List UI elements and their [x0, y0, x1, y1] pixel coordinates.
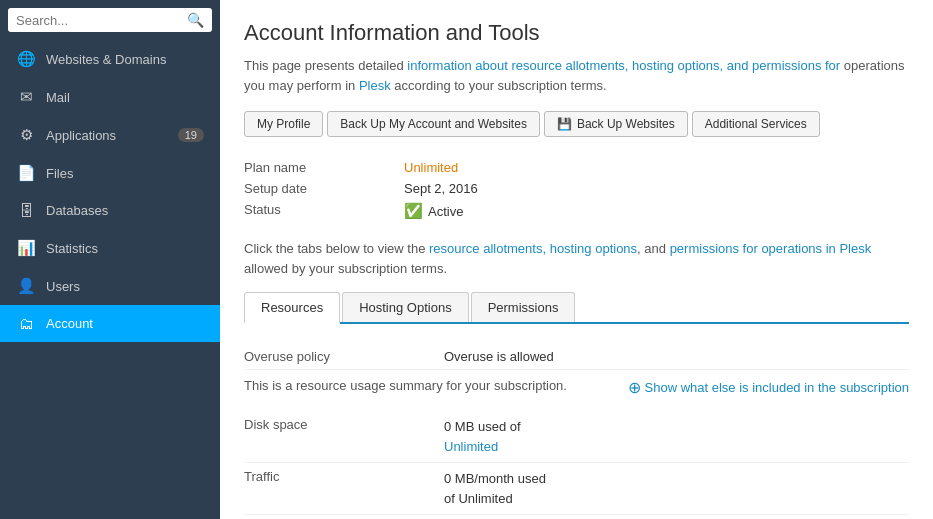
status-label: Status [244, 202, 404, 220]
sidebar-item-users[interactable]: 👤 Users [0, 267, 220, 305]
my-profile-button[interactable]: My Profile [244, 111, 323, 137]
applications-badge: 19 [178, 128, 204, 142]
info-table: Plan name Unlimited Setup date Sept 2, 2… [244, 157, 909, 223]
sidebar-label-websites: Websites & Domains [46, 52, 166, 67]
sidebar-label-databases: Databases [46, 203, 108, 218]
disk-space-row: Disk space 0 MB used of Unlimited [244, 411, 909, 463]
plus-icon: ⊕ [628, 378, 641, 397]
show-more-link[interactable]: ⊕ Show what else is included in the subs… [628, 378, 909, 397]
desc-text-3: according to your subscription terms. [391, 78, 607, 93]
click-hint: Click the tabs below to view the resourc… [244, 239, 909, 278]
sidebar-item-applications[interactable]: ⚙ Applications 19 [0, 116, 220, 154]
sidebar-item-databases[interactable]: 🗄 Databases [0, 192, 220, 229]
databases-icon: 🗄 [16, 202, 36, 219]
plan-value: Unlimited [404, 160, 458, 175]
files-icon: 📄 [16, 164, 36, 182]
traffic-row: Traffic 0 MB/month used of Unlimited [244, 463, 909, 515]
sidebar-label-users: Users [46, 279, 80, 294]
sidebar-item-mail[interactable]: ✉ Mail [0, 78, 220, 116]
setup-label: Setup date [244, 181, 404, 196]
traffic-value-line2: of Unlimited [444, 491, 513, 506]
action-buttons: My Profile Back Up My Account and Websit… [244, 111, 909, 137]
tab-hosting-options[interactable]: Hosting Options [342, 292, 469, 322]
sidebar-item-files[interactable]: 📄 Files [0, 154, 220, 192]
status-row: Status ✅ Active [244, 199, 909, 223]
plan-label: Plan name [244, 160, 404, 175]
sidebar-label-files: Files [46, 166, 73, 181]
hint-link-1[interactable]: resource allotments, hosting options [429, 241, 637, 256]
disk-value-line2: Unlimited [444, 439, 498, 454]
traffic-label: Traffic [244, 469, 444, 508]
tab-resources[interactable]: Resources [244, 292, 340, 324]
show-more-label: Show what else is included in the subscr… [645, 380, 909, 395]
tabs: Resources Hosting Options Permissions [244, 292, 909, 324]
backup-account-button[interactable]: Back Up My Account and Websites [327, 111, 540, 137]
mail-icon: ✉ [16, 88, 36, 106]
sidebar-item-account[interactable]: 🗂 Account [0, 305, 220, 342]
page-title: Account Information and Tools [244, 20, 909, 46]
backup-icon: 💾 [557, 117, 572, 131]
sidebar-item-websites[interactable]: 🌐 Websites & Domains [0, 40, 220, 78]
overuse-row: Overuse policy Overuse is allowed [244, 344, 909, 370]
traffic-value-line1: 0 MB/month used [444, 471, 546, 486]
desc-text-1: This page presents detailed [244, 58, 407, 73]
sidebar: 🔍 🌐 Websites & Domains ✉ Mail ⚙ Applicat… [0, 0, 220, 519]
tab-permissions[interactable]: Permissions [471, 292, 576, 322]
desc-link-1[interactable]: information about resource allotments, h… [407, 58, 840, 73]
desc-link-plesk[interactable]: Plesk [359, 78, 391, 93]
main-content: Account Information and Tools This page … [220, 0, 933, 519]
disk-value-line1: 0 MB used of [444, 419, 521, 434]
traffic-value: 0 MB/month used of Unlimited [444, 469, 546, 508]
sidebar-item-statistics[interactable]: 📊 Statistics [0, 229, 220, 267]
setup-date-row: Setup date Sept 2, 2016 [244, 178, 909, 199]
sidebar-label-statistics: Statistics [46, 241, 98, 256]
sidebar-label-applications: Applications [46, 128, 116, 143]
tab-content-resources: Overuse policy Overuse is allowed This i… [244, 340, 909, 519]
disk-label: Disk space [244, 417, 444, 456]
hint-text-2: , and [637, 241, 670, 256]
statistics-icon: 📊 [16, 239, 36, 257]
backup-websites-button[interactable]: 💾 Back Up Websites [544, 111, 688, 137]
disk-value: 0 MB used of Unlimited [444, 417, 521, 456]
status-value: ✅ Active [404, 202, 463, 220]
account-icon: 🗂 [16, 315, 36, 332]
search-input[interactable] [16, 13, 187, 28]
backup-websites-label: Back Up Websites [577, 117, 675, 131]
setup-value: Sept 2, 2016 [404, 181, 478, 196]
sidebar-label-account: Account [46, 316, 93, 331]
hint-text-1: Click the tabs below to view the [244, 241, 429, 256]
status-active-icon: ✅ [404, 202, 423, 220]
applications-icon: ⚙ [16, 126, 36, 144]
sidebar-label-mail: Mail [46, 90, 70, 105]
search-wrap: 🔍 [8, 8, 212, 32]
hint-link-2[interactable]: permissions for operations in Plesk [670, 241, 872, 256]
overuse-label: Overuse policy [244, 349, 444, 364]
page-description: This page presents detailed information … [244, 56, 909, 95]
search-container: 🔍 [0, 0, 220, 40]
additional-services-button[interactable]: Additional Services [692, 111, 820, 137]
status-text: Active [428, 204, 463, 219]
globe-icon: 🌐 [16, 50, 36, 68]
plan-row: Plan name Unlimited [244, 157, 909, 178]
hint-text-3: allowed by your subscription terms. [244, 261, 447, 276]
search-icon: 🔍 [187, 12, 204, 28]
summary-text: This is a resource usage summary for you… [244, 378, 567, 393]
summary-row: This is a resource usage summary for you… [244, 370, 909, 411]
users-icon: 👤 [16, 277, 36, 295]
overuse-value: Overuse is allowed [444, 349, 554, 364]
